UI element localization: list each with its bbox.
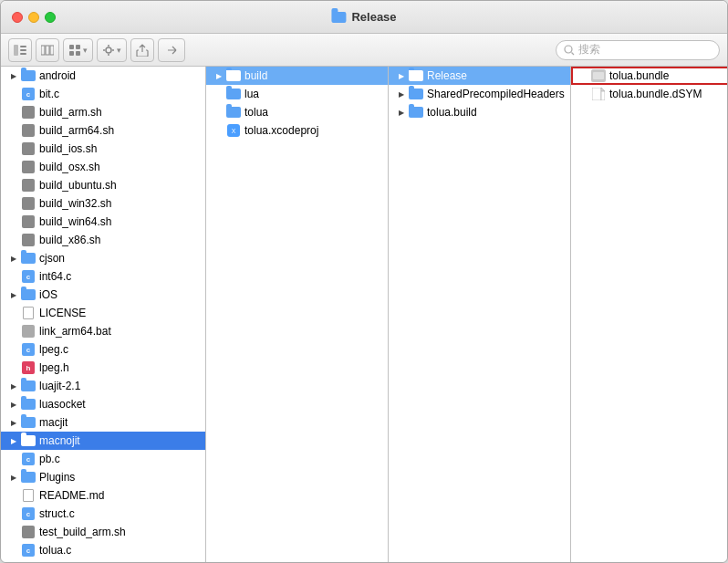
expand-arrow[interactable]: ▶	[213, 70, 224, 81]
folder-icon	[21, 380, 36, 392]
list-item[interactable]: ▶ iOS	[1, 286, 205, 304]
expand-arrow[interactable]: ▶	[8, 253, 19, 264]
expand-arrow[interactable]: ▶	[8, 381, 19, 391]
list-item[interactable]: build_win32.sh	[1, 194, 205, 213]
list-item[interactable]: build_arm.sh	[1, 103, 205, 121]
list-item[interactable]: ▶ SharedPrecompiledHeaders	[389, 85, 570, 103]
list-item[interactable]: link_arm64.bat	[1, 322, 205, 340]
expand-arrow[interactable]: ▶	[8, 399, 19, 410]
expand-arrow	[8, 198, 19, 209]
svg-rect-5	[46, 46, 49, 55]
expand-arrow	[8, 326, 19, 337]
list-item[interactable]: build_x86.sh	[1, 231, 205, 249]
list-item[interactable]: X tolua.xcodeproj	[206, 121, 388, 140]
file-name: SharedPrecompiledHeaders	[427, 88, 565, 100]
list-item[interactable]: test_build_arm.sh	[1, 523, 205, 541]
expand-arrow[interactable]: ▶	[396, 89, 407, 99]
view-options-button[interactable]: ▾	[63, 38, 93, 62]
list-item[interactable]: tolua.bundle.dSYM	[571, 85, 727, 103]
close-button[interactable]	[12, 12, 23, 23]
minimize-button[interactable]	[28, 12, 39, 23]
file-name: tolua.xcodeproj	[244, 124, 318, 137]
svg-rect-10	[76, 51, 80, 56]
file-name: link_arm64.bat	[39, 325, 111, 338]
expand-arrow[interactable]: ▶	[8, 435, 19, 446]
c-icon: c	[21, 88, 36, 100]
list-item[interactable]: ▶ tolua.build	[389, 103, 570, 121]
list-item[interactable]: ▶ macjit	[1, 413, 205, 432]
expand-arrow[interactable]: ▶	[8, 289, 19, 300]
file-name: lpeg.c	[39, 343, 68, 356]
list-item[interactable]: build_ubuntu.sh	[1, 176, 205, 194]
folder-icon	[21, 69, 36, 82]
folder-icon	[21, 416, 36, 429]
list-item[interactable]: ▶ android	[1, 67, 205, 85]
list-item[interactable]: build_win64.sh	[1, 213, 205, 231]
expand-arrow	[213, 125, 224, 136]
list-item[interactable]: ▶ luajit-2.1	[1, 377, 205, 395]
list-item[interactable]: build_osx.sh	[1, 158, 205, 176]
list-item[interactable]: c int64.c	[1, 267, 205, 286]
expand-arrow[interactable]: ▶	[396, 107, 407, 118]
expand-arrow[interactable]: ▶	[8, 417, 19, 428]
expand-arrow	[8, 454, 19, 464]
content-area: ▶ android c bit.c build_arm.sh build_arm…	[1, 67, 727, 562]
file-name: build_arm64.sh	[39, 124, 114, 137]
folder-icon	[409, 88, 423, 100]
list-item[interactable]: c pb.c	[1, 450, 205, 468]
list-item[interactable]: build_ios.sh	[1, 140, 205, 158]
c-icon: c	[21, 544, 36, 557]
expand-arrow[interactable]: ▶	[8, 472, 19, 483]
expand-arrow	[8, 545, 19, 556]
file-name: build_win32.sh	[39, 197, 111, 210]
list-item[interactable]: README.md	[1, 486, 205, 505]
expand-arrow	[8, 490, 19, 501]
list-item[interactable]: c struct.c	[1, 505, 205, 523]
sh-icon	[21, 215, 36, 228]
list-item[interactable]: ▶ Release	[389, 67, 570, 85]
maximize-button[interactable]	[45, 12, 56, 23]
expand-arrow	[8, 235, 19, 245]
list-item[interactable]: ▶ macnojit	[1, 432, 205, 450]
dsym-file-icon	[592, 88, 605, 100]
svg-rect-3	[20, 53, 26, 55]
list-item[interactable]: ▶ Plugins	[1, 468, 205, 486]
search-box[interactable]: 搜索	[556, 40, 720, 60]
list-item[interactable]: ▶ build	[206, 67, 388, 85]
list-item[interactable]: ▶ cjson	[1, 249, 205, 267]
list-item[interactable]: h tolua.h	[1, 559, 205, 562]
folder-icon	[21, 398, 36, 411]
list-item[interactable]: ▶ luasocket	[1, 395, 205, 413]
list-item[interactable]: lua	[206, 85, 388, 103]
back-forward-button[interactable]	[158, 38, 185, 62]
list-item[interactable]: LICENSE	[1, 304, 205, 322]
sidebar-toggle-button[interactable]	[8, 38, 32, 62]
svg-point-11	[106, 47, 111, 53]
file-name: Release	[427, 69, 467, 82]
titlebar: Release	[1, 1, 727, 34]
expand-arrow[interactable]: ▶	[396, 70, 407, 81]
svg-point-16	[565, 46, 572, 53]
list-item[interactable]: c tolua.c	[1, 541, 205, 559]
list-item[interactable]: c lpeg.c	[1, 340, 205, 359]
svg-rect-0	[14, 45, 18, 56]
list-item[interactable]: h lpeg.h	[1, 359, 205, 377]
action-button[interactable]: ▾	[97, 38, 127, 62]
sidebar-icon	[14, 45, 26, 56]
file-name: build_arm.sh	[39, 106, 102, 119]
list-item[interactable]: c bit.c	[1, 85, 205, 103]
c-icon: c	[21, 453, 36, 465]
file-name: tolua.build	[427, 106, 477, 119]
svg-line-17	[572, 52, 575, 55]
list-item[interactable]: tolua.bundle	[571, 67, 727, 85]
share-icon	[136, 44, 149, 57]
share-button[interactable]	[130, 38, 154, 62]
view-toggle-button[interactable]	[36, 38, 59, 62]
expand-arrow	[8, 143, 19, 154]
expand-arrow[interactable]: ▶	[8, 70, 19, 81]
arrow-icon	[163, 44, 180, 57]
list-item[interactable]: build_arm64.sh	[1, 121, 205, 140]
expand-arrow	[578, 89, 589, 99]
list-item[interactable]: tolua	[206, 103, 388, 121]
column-1: ▶ android c bit.c build_arm.sh build_arm…	[1, 67, 206, 562]
